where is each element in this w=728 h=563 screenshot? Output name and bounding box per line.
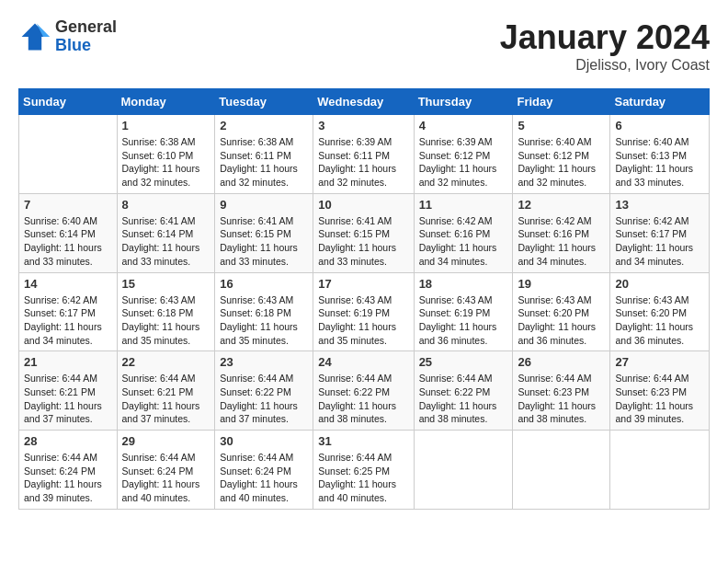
page-header: General Blue January 2024 Djelisso, Ivor…: [18, 18, 710, 74]
header-row: SundayMondayTuesdayWednesdayThursdayFrid…: [19, 89, 710, 115]
day-info: Sunrise: 6:38 AMSunset: 6:10 PMDaylight:…: [122, 135, 210, 190]
day-number: 11: [419, 198, 508, 212]
day-number: 15: [122, 277, 210, 291]
day-info: Sunrise: 6:40 AMSunset: 6:13 PMDaylight:…: [615, 135, 704, 190]
calendar-week-2: 7Sunrise: 6:40 AMSunset: 6:14 PMDaylight…: [19, 193, 710, 272]
day-info: Sunrise: 6:43 AMSunset: 6:19 PMDaylight:…: [318, 293, 408, 348]
calendar-cell: 23Sunrise: 6:44 AMSunset: 6:22 PMDayligh…: [215, 351, 313, 431]
calendar-table: SundayMondayTuesdayWednesdayThursdayFrid…: [18, 88, 710, 510]
day-info: Sunrise: 6:44 AMSunset: 6:24 PMDaylight:…: [24, 451, 112, 505]
day-number: 18: [419, 277, 508, 291]
calendar-cell: 9Sunrise: 6:41 AMSunset: 6:15 PMDaylight…: [215, 193, 313, 272]
calendar-cell: 6Sunrise: 6:40 AMSunset: 6:13 PMDaylight…: [610, 115, 710, 194]
calendar-cell: 12Sunrise: 6:42 AMSunset: 6:16 PMDayligh…: [513, 193, 610, 272]
day-info: Sunrise: 6:39 AMSunset: 6:12 PMDaylight:…: [419, 135, 508, 190]
calendar-week-3: 14Sunrise: 6:42 AMSunset: 6:17 PMDayligh…: [19, 272, 710, 351]
day-info: Sunrise: 6:43 AMSunset: 6:20 PMDaylight:…: [518, 293, 605, 348]
day-number: 16: [220, 277, 308, 291]
calendar-cell: 17Sunrise: 6:43 AMSunset: 6:19 PMDayligh…: [313, 272, 414, 351]
header-day-tuesday: Tuesday: [215, 89, 313, 115]
day-info: Sunrise: 6:42 AMSunset: 6:16 PMDaylight:…: [518, 214, 605, 269]
day-info: Sunrise: 6:44 AMSunset: 6:23 PMDaylight:…: [615, 372, 704, 426]
day-number: 28: [24, 434, 112, 448]
day-info: Sunrise: 6:44 AMSunset: 6:21 PMDaylight:…: [24, 372, 112, 426]
calendar-cell: 14Sunrise: 6:42 AMSunset: 6:17 PMDayligh…: [19, 272, 118, 351]
day-number: 25: [419, 355, 508, 369]
calendar-cell: 10Sunrise: 6:41 AMSunset: 6:15 PMDayligh…: [313, 193, 414, 272]
day-number: 24: [318, 355, 408, 369]
title-block: January 2024 Djelisso, Ivory Coast: [500, 18, 710, 74]
logo-icon: [18, 20, 51, 53]
calendar-cell: [610, 431, 710, 510]
calendar-body: 1Sunrise: 6:38 AMSunset: 6:10 PMDaylight…: [19, 115, 710, 510]
day-number: 9: [220, 198, 308, 212]
day-number: 6: [615, 119, 704, 132]
calendar-cell: 20Sunrise: 6:43 AMSunset: 6:20 PMDayligh…: [610, 272, 710, 351]
calendar-cell: 24Sunrise: 6:44 AMSunset: 6:22 PMDayligh…: [313, 351, 414, 431]
day-info: Sunrise: 6:41 AMSunset: 6:15 PMDaylight:…: [318, 214, 408, 269]
day-number: 3: [318, 119, 408, 132]
header-day-wednesday: Wednesday: [313, 89, 414, 115]
day-info: Sunrise: 6:44 AMSunset: 6:24 PMDaylight:…: [220, 451, 308, 505]
calendar-cell: 28Sunrise: 6:44 AMSunset: 6:24 PMDayligh…: [19, 431, 118, 510]
header-day-monday: Monday: [117, 89, 215, 115]
day-info: Sunrise: 6:43 AMSunset: 6:20 PMDaylight:…: [615, 293, 704, 348]
day-info: Sunrise: 6:44 AMSunset: 6:23 PMDaylight:…: [518, 372, 605, 426]
day-info: Sunrise: 6:42 AMSunset: 6:16 PMDaylight:…: [419, 214, 508, 269]
day-number: 5: [518, 119, 605, 132]
header-day-sunday: Sunday: [19, 89, 118, 115]
day-info: Sunrise: 6:39 AMSunset: 6:11 PMDaylight:…: [318, 135, 408, 190]
calendar-week-5: 28Sunrise: 6:44 AMSunset: 6:24 PMDayligh…: [19, 431, 710, 510]
calendar-cell: 16Sunrise: 6:43 AMSunset: 6:18 PMDayligh…: [215, 272, 313, 351]
day-number: 31: [318, 434, 408, 448]
calendar-cell: 22Sunrise: 6:44 AMSunset: 6:21 PMDayligh…: [117, 351, 215, 431]
day-number: 12: [518, 198, 605, 212]
calendar-cell: 29Sunrise: 6:44 AMSunset: 6:24 PMDayligh…: [117, 431, 215, 510]
header-day-saturday: Saturday: [610, 89, 710, 115]
day-info: Sunrise: 6:44 AMSunset: 6:22 PMDaylight:…: [318, 372, 408, 426]
calendar-cell: 1Sunrise: 6:38 AMSunset: 6:10 PMDaylight…: [117, 115, 215, 194]
calendar-cell: 4Sunrise: 6:39 AMSunset: 6:12 PMDaylight…: [414, 115, 513, 194]
calendar-cell: 27Sunrise: 6:44 AMSunset: 6:23 PMDayligh…: [610, 351, 710, 431]
day-number: 14: [24, 277, 112, 291]
calendar-cell: [513, 431, 610, 510]
calendar-subtitle: Djelisso, Ivory Coast: [500, 57, 710, 74]
day-number: 1: [122, 119, 210, 132]
day-number: 4: [419, 119, 508, 132]
calendar-cell: 26Sunrise: 6:44 AMSunset: 6:23 PMDayligh…: [513, 351, 610, 431]
day-info: Sunrise: 6:44 AMSunset: 6:22 PMDaylight:…: [419, 372, 508, 426]
day-number: 22: [122, 355, 210, 369]
calendar-cell: 13Sunrise: 6:42 AMSunset: 6:17 PMDayligh…: [610, 193, 710, 272]
calendar-cell: 3Sunrise: 6:39 AMSunset: 6:11 PMDaylight…: [313, 115, 414, 194]
day-info: Sunrise: 6:42 AMSunset: 6:17 PMDaylight:…: [615, 214, 704, 269]
calendar-cell: 2Sunrise: 6:38 AMSunset: 6:11 PMDaylight…: [215, 115, 313, 194]
day-number: 10: [318, 198, 408, 212]
day-info: Sunrise: 6:42 AMSunset: 6:17 PMDaylight:…: [24, 293, 112, 348]
day-number: 2: [220, 119, 308, 132]
calendar-cell: 30Sunrise: 6:44 AMSunset: 6:24 PMDayligh…: [215, 431, 313, 510]
day-info: Sunrise: 6:44 AMSunset: 6:25 PMDaylight:…: [318, 451, 408, 505]
day-info: Sunrise: 6:43 AMSunset: 6:18 PMDaylight:…: [122, 293, 210, 348]
day-number: 19: [518, 277, 605, 291]
day-number: 26: [518, 355, 605, 369]
day-info: Sunrise: 6:44 AMSunset: 6:22 PMDaylight:…: [220, 372, 308, 426]
day-info: Sunrise: 6:38 AMSunset: 6:11 PMDaylight:…: [220, 135, 308, 190]
calendar-header: SundayMondayTuesdayWednesdayThursdayFrid…: [19, 89, 710, 115]
header-day-thursday: Thursday: [414, 89, 513, 115]
calendar-week-1: 1Sunrise: 6:38 AMSunset: 6:10 PMDaylight…: [19, 115, 710, 194]
day-info: Sunrise: 6:41 AMSunset: 6:15 PMDaylight:…: [220, 214, 308, 269]
day-number: 21: [24, 355, 112, 369]
calendar-cell: 21Sunrise: 6:44 AMSunset: 6:21 PMDayligh…: [19, 351, 118, 431]
day-number: 23: [220, 355, 308, 369]
calendar-cell: [414, 431, 513, 510]
day-info: Sunrise: 6:40 AMSunset: 6:14 PMDaylight:…: [24, 214, 112, 269]
day-number: 20: [615, 277, 704, 291]
day-number: 30: [220, 434, 308, 448]
header-day-friday: Friday: [513, 89, 610, 115]
day-info: Sunrise: 6:43 AMSunset: 6:19 PMDaylight:…: [419, 293, 508, 348]
day-number: 17: [318, 277, 408, 291]
calendar-cell: 19Sunrise: 6:43 AMSunset: 6:20 PMDayligh…: [513, 272, 610, 351]
logo-text: General Blue: [55, 18, 117, 55]
calendar-cell: 18Sunrise: 6:43 AMSunset: 6:19 PMDayligh…: [414, 272, 513, 351]
day-number: 8: [122, 198, 210, 212]
